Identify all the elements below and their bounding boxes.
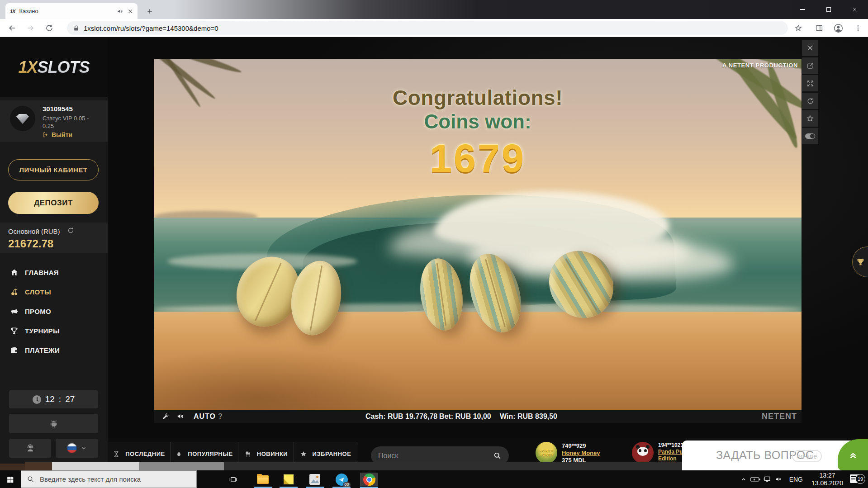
account-button[interactable]: ЛИЧНЫЙ КАБИНЕТ — [8, 159, 99, 180]
photos-icon — [309, 474, 320, 485]
favorite-star-button[interactable] — [802, 110, 818, 127]
windows-taskbar: 00 ENG 13:27 13.06.2020 — [0, 470, 868, 488]
search-icon — [27, 475, 34, 483]
chat-widget[interactable]: ЗАДАТЬ ВОПРОС on-line — [682, 441, 868, 470]
sidebar-nav: ГЛАВНАЯ СЛОТЫ ПРОМО ТУРНИРЫ — [0, 263, 108, 360]
forward-button[interactable] — [24, 22, 36, 34]
lock-icon[interactable] — [73, 25, 79, 32]
hourglass-icon — [113, 450, 120, 458]
sidebar: 1XSLOTS 30109545 Статус VIP 0.05 -0.25 В… — [0, 37, 108, 470]
game-scene: A NETENT PRODUCTION Congratulations! Coi… — [154, 59, 802, 410]
window-maximize-button[interactable] — [816, 0, 842, 19]
taskbar-photos-app[interactable] — [306, 473, 324, 486]
taskbar-telegram[interactable]: 00 — [332, 473, 351, 486]
game-side-toolbar — [802, 40, 818, 144]
browser-menu-button[interactable] — [852, 22, 864, 34]
sidebar-item-promo[interactable]: ПРОМО — [0, 302, 108, 321]
taskbar-date: 13.06.2020 — [811, 479, 843, 487]
promo-honey-money[interactable]: HONEY MONEY 749**929 Honey Money 375 MDL — [536, 442, 600, 464]
game-control-bar: AUTO ? Cash: RUB 19.776,78 Bet: RUB 10,0… — [154, 410, 802, 423]
balance-refresh-icon[interactable] — [67, 227, 75, 234]
hidden-icons-chevron[interactable] — [738, 476, 749, 483]
trophy-icon — [10, 327, 19, 335]
window-minimize-button[interactable] — [789, 0, 816, 19]
browser-toolbar: 1xslot.com/ru/slots/?game=145300&demo=0 — [0, 19, 868, 37]
taskbar-file-explorer[interactable] — [254, 473, 272, 486]
promo-game-link[interactable]: Honey Money — [562, 450, 600, 456]
headset-person-icon — [25, 443, 35, 453]
game-auto-button[interactable]: AUTO — [194, 410, 216, 423]
vip-status: Статус VIP 0.05 -0.25 — [43, 114, 101, 130]
keyboard-language[interactable]: ENG — [789, 476, 803, 483]
game-search-input[interactable] — [378, 452, 493, 460]
panda-thumbnail[interactable] — [632, 442, 654, 464]
double-chevron-up-icon — [848, 450, 858, 460]
clock-separator: : — [59, 394, 61, 404]
battery-icon[interactable] — [749, 476, 761, 483]
game-settings-wrench-icon[interactable] — [162, 410, 169, 423]
support-button[interactable] — [9, 439, 51, 458]
game-win-readout: Win: RUB 839,50 — [500, 410, 557, 423]
new-tab-button[interactable] — [144, 5, 156, 17]
search-icon[interactable] — [493, 451, 502, 460]
telegram-badge: 00 — [343, 482, 350, 487]
taskbar-sticky-notes[interactable] — [280, 473, 298, 486]
fullscreen-button[interactable] — [802, 75, 818, 91]
avatar[interactable] — [10, 106, 35, 131]
coins-won-value: 1679 — [154, 135, 802, 181]
clock-icon — [33, 395, 41, 404]
balance-label: Основной (RUB) — [8, 227, 60, 235]
sidebar-item-payments[interactable]: ПЛАТЕЖИ — [0, 341, 108, 360]
bookmark-star-button[interactable] — [792, 22, 804, 34]
demo-toggle-button[interactable] — [802, 128, 818, 144]
balance-block: Основной (RUB) 21672.78 — [0, 223, 108, 253]
close-game-button[interactable] — [802, 40, 818, 56]
balance-value: 21672.78 — [8, 237, 53, 250]
task-view-button[interactable] — [228, 474, 238, 485]
language-selector[interactable] — [56, 439, 98, 458]
sidebar-item-tournaments[interactable]: ТУРНИРЫ — [0, 321, 108, 341]
site-logo[interactable]: 1XSLOTS — [0, 37, 108, 97]
session-clock: 12 : 27 — [9, 390, 98, 408]
start-button[interactable] — [5, 474, 15, 485]
honey-money-thumbnail[interactable]: HONEY MONEY — [536, 442, 557, 464]
game-tiles-sliver — [25, 462, 682, 470]
taskbar-time: 13:27 — [819, 472, 835, 479]
profile-avatar-button[interactable] — [832, 22, 844, 34]
side-panel-button[interactable] — [813, 22, 825, 34]
tab-audio-icon[interactable] — [117, 8, 123, 14]
taskbar-chrome[interactable] — [360, 473, 378, 486]
browser-tabstrip: 1X Казино — [0, 0, 868, 19]
logout-link[interactable]: Выйти — [43, 131, 72, 138]
refresh-button[interactable] — [43, 22, 55, 34]
taskbar-search[interactable] — [21, 470, 197, 488]
reload-game-button[interactable] — [802, 93, 818, 109]
telegram-icon: 00 — [336, 474, 348, 486]
chevron-down-icon — [81, 445, 87, 451]
sidebar-item-home[interactable]: ГЛАВНАЯ — [0, 263, 108, 282]
window-close-button[interactable] — [842, 0, 868, 19]
share-button[interactable] — [802, 57, 818, 74]
sidebar-item-slots[interactable]: СЛОТЫ — [0, 282, 108, 302]
url-text[interactable]: 1xslot.com/ru/slots/?game=145300&demo=0 — [84, 24, 218, 32]
volume-icon[interactable] — [773, 476, 785, 483]
chat-open-button[interactable] — [838, 439, 868, 470]
notification-count-badge: 19 — [855, 474, 865, 484]
home-icon — [10, 268, 19, 277]
game-help-button[interactable]: ? — [218, 410, 223, 423]
address-bar[interactable]: 1xslot.com/ru/slots/?game=145300&demo=0 — [67, 21, 788, 35]
network-icon[interactable] — [761, 476, 773, 483]
tab-close-icon[interactable] — [128, 9, 133, 14]
browser-tab-casino[interactable]: 1X Казино — [5, 3, 138, 19]
slot-game-frame: A NETENT PRODUCTION Congratulations! Coi… — [154, 59, 802, 423]
back-button[interactable] — [6, 22, 18, 34]
game-sound-icon[interactable] — [176, 410, 184, 423]
android-app-button[interactable] — [9, 414, 98, 433]
diamond-icon — [16, 113, 29, 124]
scene-beach-shade — [154, 349, 416, 410]
taskbar-clock[interactable]: 13:27 13.06.2020 — [807, 472, 847, 487]
minimize-icon — [800, 9, 805, 10]
deposit-button[interactable]: ДЕПОЗИТ — [8, 192, 99, 214]
taskbar-search-input[interactable] — [40, 475, 191, 483]
action-center-button[interactable]: 19 — [847, 470, 868, 488]
